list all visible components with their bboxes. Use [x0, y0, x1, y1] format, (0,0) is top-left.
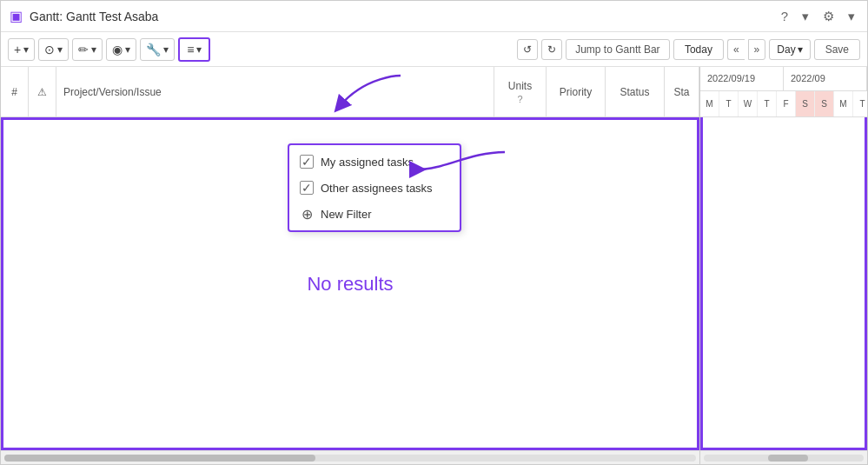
pencil-icon: ✏	[78, 43, 89, 56]
gantt-day-7: S	[815, 91, 834, 116]
day-chevron-icon: ▾	[798, 43, 803, 56]
new-filter-item[interactable]: ⊕ New Filter	[289, 201, 460, 227]
filter-icon: ≡	[187, 43, 194, 56]
redo-button[interactable]: ↻	[541, 39, 562, 60]
gantt-date-top: 2022/09/19 2022/09	[700, 67, 867, 91]
new-filter-label: New Filter	[321, 208, 372, 221]
save-label: Save	[825, 43, 849, 56]
col-units-header: Units ?	[494, 67, 547, 116]
jump-to-gantt-label: Jump to Gantt Bar	[575, 43, 659, 56]
other-assignees-label: Other assignees tasks	[321, 182, 433, 195]
app-title: Gantt: Gantt Test Asaba	[30, 10, 158, 23]
pencil-button[interactable]: ✏ ▾	[72, 38, 103, 61]
eye-button[interactable]: ◉ ▾	[106, 38, 136, 61]
warning-icon: ⚠	[37, 86, 47, 98]
gantt-day-1: M	[700, 91, 719, 116]
help-icon[interactable]: ?	[778, 7, 792, 25]
toolbar: + ▾ ⊙ ▾ ✏ ▾ ◉ ▾ 🔧 ▾ ≡ ▾ ↺ ↻	[1, 32, 867, 67]
eye-icon: ◉	[112, 43, 123, 56]
col-sta-header: Sta	[665, 67, 699, 116]
settings-icon[interactable]: ⚙	[819, 7, 838, 26]
add-button[interactable]: + ▾	[8, 38, 35, 61]
no-results-text: No results	[307, 273, 393, 296]
add-chevron-icon: ▾	[23, 43, 29, 56]
priority-header-label: Priority	[560, 86, 592, 98]
today-label: Today	[685, 43, 712, 56]
gantt-day-6: S	[796, 91, 815, 116]
sta-header-label: Sta	[673, 86, 689, 98]
status-header-label: Status	[620, 86, 649, 98]
table-header-row: # ⚠ Project/Version/Issue Units ? Priori…	[1, 67, 699, 117]
gantt-date-label-1: 2022/09/19	[700, 67, 784, 90]
save-button[interactable]: Save	[814, 39, 860, 60]
col-status-header: Status	[606, 67, 665, 116]
app-logo: ▣	[10, 8, 23, 24]
col-priority-header: Priority	[547, 67, 606, 116]
units-header-label: Units	[508, 80, 532, 92]
circle-button[interactable]: ⊙ ▾	[38, 38, 69, 61]
undo-icon: ↺	[523, 43, 532, 56]
settings-chevron-icon[interactable]: ▾	[845, 7, 858, 26]
gantt-date-label-2: 2022/09	[784, 67, 867, 90]
filter-chevron-icon: ▾	[196, 43, 202, 56]
gantt-body	[700, 117, 867, 450]
app-window: ▣ Gantt: Gantt Test Asaba ? ▾ ⚙ ▾ + ▾ ⊙ …	[0, 0, 868, 465]
horizontal-scrollbar[interactable]	[1, 450, 699, 464]
today-button[interactable]: Today	[673, 39, 724, 60]
gantt-section: 2022/09/19 2022/09 M T W T F S S M T W	[700, 67, 867, 464]
my-tasks-check-icon: ✓	[300, 155, 314, 169]
gantt-date-header: 2022/09/19 2022/09 M T W T F S S M T W	[700, 67, 867, 117]
project-header-label: Project/Version/Issue	[63, 86, 162, 98]
day-label: Day	[777, 43, 795, 56]
pencil-chevron-icon: ▾	[91, 43, 96, 56]
col-hash-header: #	[1, 67, 29, 116]
gantt-day-5: F	[777, 91, 796, 116]
jump-to-gantt-button[interactable]: Jump to Gantt Bar	[566, 39, 670, 60]
next-nav-button[interactable]: »	[748, 39, 766, 60]
new-filter-plus-icon: ⊕	[300, 207, 314, 221]
my-tasks-label: My assigned tasks	[321, 156, 414, 169]
wrench-button[interactable]: 🔧 ▾	[140, 38, 175, 61]
wrench-chevron-icon: ▾	[163, 43, 169, 56]
add-icon: +	[14, 43, 21, 56]
gantt-days-row: M T W T F S S M T W	[700, 91, 867, 116]
gantt-day-2: T	[719, 91, 739, 116]
next-nav-icon: »	[754, 43, 760, 56]
title-bar: ▣ Gantt: Gantt Test Asaba ? ▾ ⚙ ▾	[1, 1, 867, 32]
gantt-day-8: M	[834, 91, 853, 116]
gantt-day-9: T	[853, 91, 867, 116]
help-chevron-icon[interactable]: ▾	[798, 7, 812, 26]
circle-chevron-icon: ▾	[57, 43, 63, 56]
gantt-day-4: T	[758, 91, 777, 116]
filter-my-tasks-item[interactable]: ✓ My assigned tasks	[289, 149, 460, 175]
col-project-header: Project/Version/Issue	[56, 67, 494, 116]
filter-button[interactable]: ≡ ▾	[178, 37, 210, 62]
gantt-scrollbar-track[interactable]	[704, 455, 864, 462]
scrollbar-thumb[interactable]	[4, 455, 315, 462]
prev-nav-button[interactable]: «	[727, 39, 745, 60]
gantt-scrollbar-thumb[interactable]	[768, 455, 808, 462]
filter-other-assignees-item[interactable]: ✓ Other assignees tasks	[289, 175, 460, 201]
units-help-icon[interactable]: ?	[517, 94, 522, 104]
eye-chevron-icon: ▾	[125, 43, 130, 56]
col-warn-header: ⚠	[29, 67, 56, 116]
gantt-day-3: W	[739, 91, 758, 116]
wrench-icon: 🔧	[146, 43, 161, 56]
gantt-scrollbar[interactable]	[700, 450, 867, 464]
filter-dropdown-menu: ✓ My assigned tasks ✓ Other assignees ta…	[288, 143, 461, 232]
prev-nav-icon: «	[733, 43, 739, 56]
other-assignees-check-icon: ✓	[300, 181, 314, 195]
circle-icon: ⊙	[44, 43, 55, 56]
table-section: # ⚠ Project/Version/Issue Units ? Priori…	[1, 67, 700, 464]
undo-button[interactable]: ↺	[517, 39, 538, 60]
scrollbar-track[interactable]	[4, 455, 696, 462]
redo-icon: ↻	[547, 43, 556, 56]
content-area: ✓ My assigned tasks ✓ Other assignees ta…	[1, 67, 867, 464]
day-selector-button[interactable]: Day ▾	[769, 39, 810, 60]
